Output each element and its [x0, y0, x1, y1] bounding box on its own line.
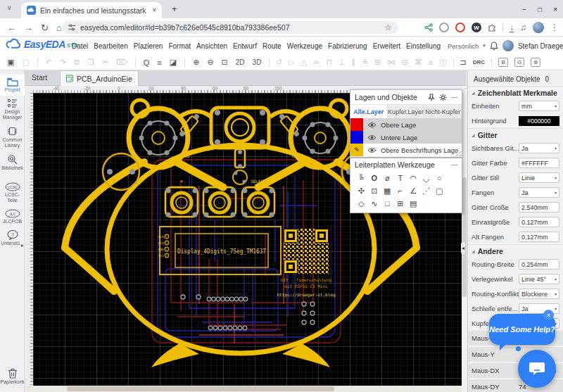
- forward-icon[interactable]: →: [24, 23, 33, 32]
- grid-size-input[interactable]: 2.540mm: [519, 202, 559, 213]
- layers-tab-copper[interactable]: Kupfer.Layer: [388, 105, 425, 118]
- view-3d-button[interactable]: 3D: [253, 58, 262, 66]
- layers-tab-all[interactable]: Alle.Layer: [350, 105, 388, 118]
- layer-color-swatch[interactable]: [350, 118, 363, 131]
- sidebar-item-trash[interactable]: Papierkorb: [0, 365, 25, 388]
- grid-style-select[interactable]: Linie▾: [519, 172, 559, 183]
- close-button[interactable]: ×: [553, 6, 557, 13]
- extension-icon[interactable]: [439, 23, 449, 32]
- pin-icon[interactable]: [428, 94, 435, 101]
- background-color-swatch[interactable]: #000000: [519, 116, 559, 126]
- paste-icon[interactable]: ⧉: [74, 58, 80, 67]
- tools-panel-header[interactable]: Leiterplatten Werkzeuge —: [350, 158, 462, 171]
- tool-track-icon[interactable]: ╚: [355, 172, 368, 184]
- easyeda-logo[interactable]: EasyEDA STD: [4, 38, 78, 50]
- browser-menu-icon[interactable]: ⋮: [550, 23, 559, 32]
- sidebar-item-common-library[interactable]: Common Library: [0, 123, 25, 151]
- find-similar-icon[interactable]: ≡: [157, 58, 161, 67]
- eye-icon[interactable]: [367, 134, 377, 141]
- tab-start[interactable]: Start: [32, 73, 47, 82]
- eraser-icon[interactable]: ◪: [170, 58, 177, 67]
- back-icon[interactable]: ←: [7, 23, 16, 32]
- help-bubble-close-icon[interactable]: ×: [543, 310, 554, 320]
- tool-angle-icon[interactable]: ∠: [407, 184, 420, 197]
- units-select[interactable]: mm▾: [519, 101, 559, 111]
- wordpress-extension-icon[interactable]: W: [472, 23, 481, 32]
- gerber-button[interactable]: G: [514, 58, 524, 67]
- menu-route[interactable]: Route: [262, 42, 282, 50]
- undo-icon[interactable]: ↶: [46, 58, 52, 67]
- share-icon[interactable]: [424, 23, 433, 32]
- section-other[interactable]: ◢ Andere: [468, 244, 563, 257]
- scrollbar-thumb[interactable]: [67, 386, 334, 391]
- user-avatar[interactable]: [502, 40, 514, 51]
- menu-entwurf[interactable]: Entwurf: [233, 42, 257, 50]
- menu-bearbeiten[interactable]: Bearbeiten: [94, 42, 127, 50]
- tool-group-icon[interactable]: ⊞: [394, 197, 407, 210]
- layer-color-swatch-active[interactable]: ✎: [350, 144, 363, 156]
- canvas-horizontal-scrollbar[interactable]: [25, 386, 462, 392]
- browser-profile-avatar[interactable]: [533, 22, 544, 33]
- eye-icon[interactable]: [367, 147, 377, 153]
- routing-width-input[interactable]: 0.254mm: [519, 259, 559, 270]
- home-icon[interactable]: ⌂: [56, 23, 62, 32]
- user-name[interactable]: Stefan Draeger: [518, 42, 563, 50]
- section-sheet-attributes[interactable]: ◢ Zeichenblatt Merkmale: [468, 86, 563, 99]
- zoom-in-icon[interactable]: ⊕: [193, 58, 199, 67]
- playlist-icon[interactable]: ♫: [520, 23, 526, 32]
- canvas-vertical-scrollbar[interactable]: [462, 86, 467, 392]
- zoom-fit-icon[interactable]: ⊡: [222, 58, 228, 67]
- tool-image-icon[interactable]: ▦: [381, 184, 394, 197]
- menu-einstellung[interactable]: Einstellung: [406, 42, 441, 50]
- search-icon[interactable]: Q: [144, 58, 150, 67]
- opera-extension-icon[interactable]: [455, 23, 465, 32]
- tool-text-icon[interactable]: T: [394, 172, 407, 184]
- copy-icon[interactable]: ❐: [87, 58, 94, 67]
- site-settings-icon[interactable]: [68, 24, 75, 31]
- section-grid[interactable]: ◢ Gitter: [468, 128, 563, 141]
- tool-pad-shape-icon[interactable]: ⊡: [368, 184, 381, 197]
- scrollbar-thumb[interactable]: [462, 177, 467, 297]
- save-icon[interactable]: ▣: [7, 58, 14, 67]
- grid-color-input[interactable]: #FFFFFF: [519, 158, 559, 168]
- layer-color-swatch[interactable]: [350, 131, 363, 144]
- menu-format[interactable]: Format: [168, 42, 191, 50]
- tool-drag-icon[interactable]: ✣: [355, 184, 368, 197]
- sidebar-item-lcsc[interactable]: LCSC LCSC-Teile: [0, 179, 25, 206]
- eye-icon[interactable]: [367, 122, 377, 128]
- tool-pad-icon[interactable]: O: [368, 172, 381, 184]
- routing-angle-select[interactable]: Linie 45°▾: [519, 274, 559, 284]
- layers-panel-header[interactable]: Lagen und Objekte —: [350, 90, 462, 104]
- snap-select[interactable]: Ja▾: [519, 187, 559, 198]
- tool-solid-region-icon[interactable]: ◇: [355, 197, 368, 210]
- layer-row-top[interactable]: Obere Lage: [350, 118, 462, 131]
- gear-icon[interactable]: [439, 94, 447, 101]
- alt-snap-input[interactable]: 0.127mm: [519, 232, 559, 242]
- minimize-panel-icon[interactable]: —: [451, 162, 457, 168]
- browser-tab[interactable]: Ein einfaches und leistungsstark ×: [21, 2, 162, 18]
- extensions-puzzle-icon[interactable]: [488, 23, 496, 32]
- menu-werkzeuge[interactable]: Werkzeuge: [287, 42, 322, 50]
- snap-size-input[interactable]: 0.127mm: [519, 217, 559, 227]
- layer-row-bottom[interactable]: Untere Lage: [350, 131, 462, 144]
- tool-measure-icon[interactable]: ⋰: [420, 184, 434, 197]
- grid-visible-select[interactable]: Ja▾: [519, 143, 559, 153]
- tool-arc-center-icon[interactable]: ◡: [420, 172, 434, 184]
- reload-icon[interactable]: ↻: [41, 23, 49, 32]
- netlist-icon[interactable]: ⊐: [460, 58, 467, 67]
- layer-row-topsilk[interactable]: ✎ Obere Beschriftungs Lage: [350, 144, 462, 156]
- new-tab-button[interactable]: +: [172, 4, 177, 13]
- tool-dimension-icon[interactable]: ⌐: [394, 184, 407, 197]
- delete-icon[interactable]: ⌦: [116, 58, 127, 67]
- minimize-button[interactable]: −: [522, 6, 526, 13]
- minimize-panel-icon[interactable]: —: [451, 94, 457, 101]
- view-2d-button[interactable]: 2D: [236, 58, 245, 66]
- sidebar-item-bibliothek[interactable]: Bibliothek: [0, 151, 25, 174]
- redo-icon[interactable]: ↷: [60, 58, 66, 67]
- new-document-icon[interactable]: ▢: [22, 58, 29, 67]
- menu-fabrizierung[interactable]: Fabrizierung: [328, 42, 367, 50]
- menu-plazieren[interactable]: Plazieren: [134, 42, 163, 50]
- panel-collapse-arrow[interactable]: ◂: [461, 242, 465, 254]
- tab-close-icon[interactable]: ×: [152, 7, 156, 14]
- layers-tab-noncopper[interactable]: Nicht-Kupfer: [424, 105, 462, 118]
